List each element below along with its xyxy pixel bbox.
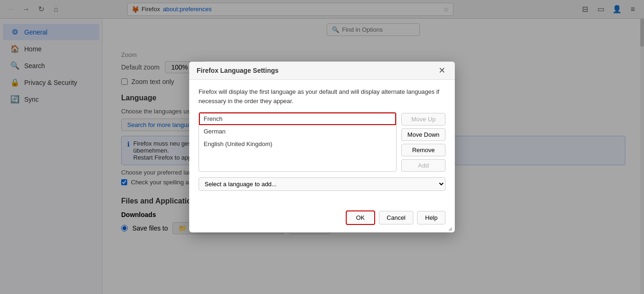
modal-close-button[interactable]: ✕ — [437, 66, 447, 75]
lang-list: French German English (United Kingdom) — [199, 112, 397, 172]
move-down-button[interactable]: Move Down — [401, 128, 445, 141]
modal-title: Firefox Language Settings — [197, 67, 279, 74]
lang-item-german[interactable]: German — [199, 125, 396, 138]
lang-btn-group: Move Up Move Down Remove Add — [401, 112, 445, 172]
language-settings-modal: Firefox Language Settings ✕ Firefox will… — [189, 62, 455, 232]
lang-item-french[interactable]: French — [199, 112, 396, 125]
help-button[interactable]: Help — [417, 211, 445, 224]
add-button[interactable]: Add — [401, 159, 445, 172]
remove-button[interactable]: Remove — [401, 144, 445, 156]
modal-header: Firefox Language Settings ✕ — [189, 62, 455, 80]
cancel-button[interactable]: Cancel — [379, 211, 413, 224]
resize-handle-icon[interactable]: ◢ — [448, 226, 454, 231]
lang-add-select[interactable]: Select a language to add... — [199, 177, 445, 191]
move-up-button[interactable]: Move Up — [401, 113, 445, 126]
lang-list-container: French German English (United Kingdom) M… — [199, 112, 445, 172]
modal-body: Firefox will display the first language … — [189, 80, 455, 206]
ok-button[interactable]: OK — [346, 210, 375, 225]
lang-select-row: Select a language to add... — [199, 177, 445, 191]
modal-footer: OK Cancel Help — [189, 206, 455, 232]
modal-description: Firefox will display the first language … — [199, 87, 445, 105]
lang-item-english-uk[interactable]: English (United Kingdom) — [199, 138, 396, 150]
